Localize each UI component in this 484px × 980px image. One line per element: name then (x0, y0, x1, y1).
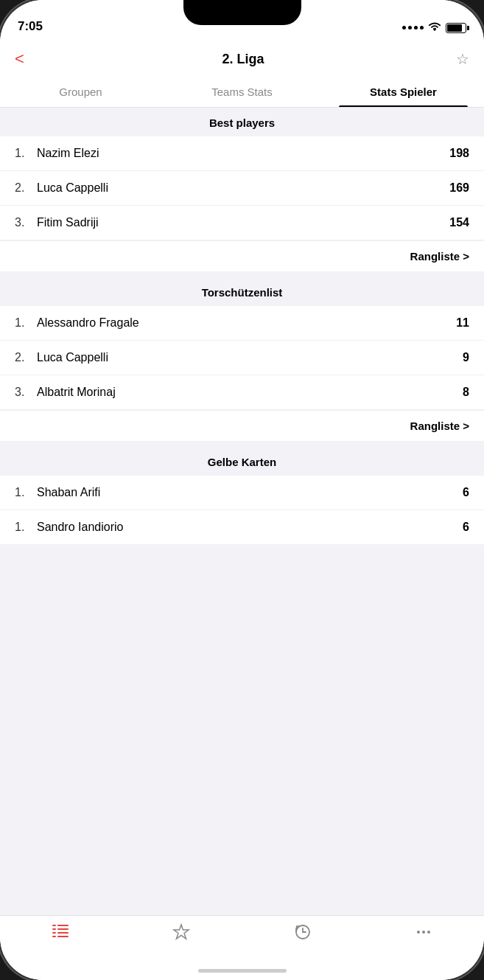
table-row: 1. Shaban Arifi 6 (0, 476, 484, 510)
best-players-section: Best players 1. Nazim Elezi 198 2. Luca … (0, 108, 484, 271)
svg-rect-3 (52, 928, 56, 930)
rangliste-row[interactable]: Rangliste > (0, 240, 484, 271)
player-score: 169 (449, 181, 469, 195)
table-row: 2. Luca Cappelli 9 (0, 341, 484, 375)
table-row: 1. Alessandro Fragale 11 (0, 306, 484, 341)
table-row: 1. Sandro Iandiorio 6 (0, 510, 484, 544)
tab-stats-spieler[interactable]: Stats Spieler (323, 78, 484, 107)
best-players-list: 1. Nazim Elezi 198 2. Luca Cappelli 169 … (0, 136, 484, 271)
svg-point-10 (417, 931, 420, 934)
player-name: Albatrit Morinaj (34, 386, 463, 399)
tab-teams-stats[interactable]: Teams Stats (161, 78, 323, 107)
player-name: Shaban Arifi (34, 486, 463, 499)
svg-rect-5 (52, 932, 56, 934)
player-score: 11 (456, 316, 469, 330)
back-button[interactable]: < (15, 46, 30, 72)
player-score: 6 (463, 486, 469, 499)
more-icon (415, 923, 432, 941)
svg-point-0 (434, 29, 436, 31)
best-players-header: Best players (0, 108, 484, 136)
table-row: 3. Fitim Sadriji 154 (0, 206, 484, 240)
player-score: 198 (449, 147, 469, 160)
rank: 1. (15, 147, 34, 160)
favorite-button[interactable]: ☆ (456, 50, 469, 68)
gelbe-karten-section: Gelbe Karten 1. Shaban Arifi 6 1. Sandro… (0, 447, 484, 544)
phone-screen: 7:05 (0, 0, 484, 980)
signal-icon (402, 26, 424, 29)
svg-rect-1 (52, 925, 56, 926)
notch (183, 0, 301, 25)
rank: 1. (15, 486, 34, 499)
svg-rect-2 (57, 925, 69, 926)
section-divider (0, 271, 484, 277)
rank: 3. (15, 386, 34, 399)
battery-icon (446, 23, 466, 33)
table-row: 3. Albatrit Morinaj 8 (0, 375, 484, 410)
rangliste-link-2[interactable]: Rangliste > (410, 420, 469, 432)
gelbe-karten-header: Gelbe Karten (0, 447, 484, 476)
main-content: Best players 1. Nazim Elezi 198 2. Luca … (0, 108, 484, 915)
rangliste-row-2[interactable]: Rangliste > (0, 410, 484, 441)
svg-rect-6 (57, 932, 69, 934)
table-row: 1. Nazim Elezi 198 (0, 136, 484, 171)
status-icons (402, 21, 466, 34)
rank: 1. (15, 521, 34, 534)
rank: 2. (15, 351, 34, 364)
list-icon (51, 923, 70, 939)
player-name: Luca Cappelli (34, 181, 449, 195)
torschutzenlist-header: Torschützenlist (0, 277, 484, 306)
tab-bar: Groupen Teams Stats Stats Spieler (0, 78, 484, 108)
tab-groupen[interactable]: Groupen (0, 78, 161, 107)
bottom-tab-favorites[interactable] (121, 923, 242, 941)
player-score: 8 (463, 386, 469, 399)
player-name: Sandro Iandiorio (34, 521, 463, 534)
table-row: 2. Luca Cappelli 169 (0, 171, 484, 206)
player-name: Nazim Elezi (34, 147, 449, 160)
wifi-icon (428, 21, 441, 34)
nav-title: 2. Liga (30, 52, 456, 67)
bottom-tab-more[interactable] (363, 923, 484, 941)
rangliste-link[interactable]: Rangliste > (410, 250, 469, 263)
torschutzenlist-section: Torschützenlist 1. Alessandro Fragale 11… (0, 277, 484, 441)
player-score: 154 (449, 216, 469, 229)
svg-rect-4 (57, 928, 69, 930)
torschutzenlist-list: 1. Alessandro Fragale 11 2. Luca Cappell… (0, 306, 484, 441)
svg-rect-8 (57, 936, 69, 937)
rank: 3. (15, 216, 34, 229)
phone-frame: 7:05 (0, 0, 484, 980)
player-name: Fitim Sadriji (34, 216, 449, 229)
nav-bar: < 2. Liga ☆ (0, 40, 484, 78)
svg-rect-7 (52, 936, 56, 937)
player-score: 9 (463, 351, 469, 364)
history-icon (294, 923, 312, 941)
section-divider-2 (0, 441, 484, 447)
gelbe-karten-list: 1. Shaban Arifi 6 1. Sandro Iandiorio 6 (0, 476, 484, 544)
player-score: 6 (463, 521, 469, 534)
bottom-tab-list[interactable] (0, 923, 121, 939)
svg-point-12 (427, 931, 430, 934)
rank: 1. (15, 316, 34, 330)
home-indicator (198, 969, 287, 973)
player-name: Alessandro Fragale (34, 316, 456, 330)
star-icon (172, 923, 190, 941)
player-name: Luca Cappelli (34, 351, 463, 364)
rank: 2. (15, 181, 34, 195)
bottom-tab-history[interactable] (242, 923, 363, 941)
svg-point-11 (422, 931, 425, 934)
screen-content: 7:05 (0, 0, 484, 980)
